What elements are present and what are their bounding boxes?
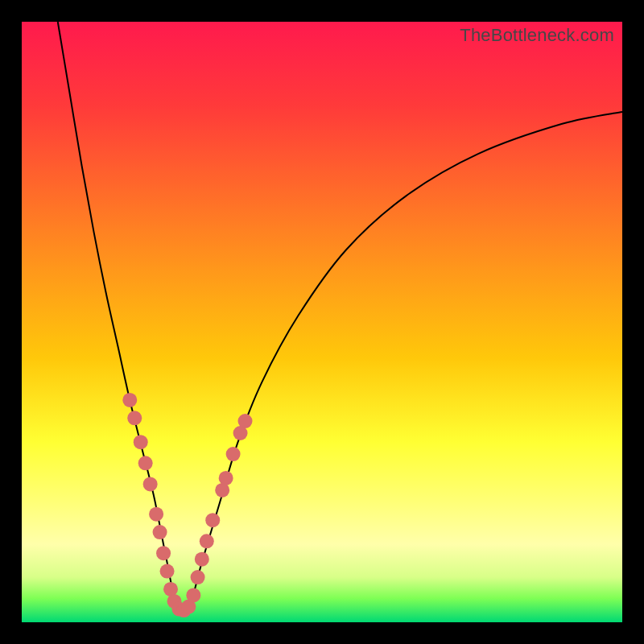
bottleneck-curve <box>58 22 622 614</box>
marker-dot <box>156 546 171 560</box>
marker-dot <box>195 552 209 567</box>
marker-dot <box>127 411 142 425</box>
marker-dot <box>138 456 153 470</box>
marker-dot <box>205 513 220 527</box>
marker-dot <box>200 534 214 548</box>
marker-dot <box>149 507 163 522</box>
chart-svg <box>22 22 622 622</box>
marker-dot <box>226 447 241 461</box>
marker-dot <box>153 525 167 539</box>
marker-dot <box>186 588 200 602</box>
plot-area: TheBottleneck.com <box>22 22 622 622</box>
chart-frame: TheBottleneck.com <box>0 0 644 644</box>
marker-dot <box>122 393 137 407</box>
marker-dot <box>238 414 253 428</box>
marker-dot <box>134 435 148 449</box>
marker-dot <box>160 564 175 579</box>
marker-dots-group <box>122 393 252 617</box>
marker-dot <box>219 471 233 485</box>
marker-dot <box>191 570 205 584</box>
marker-dot <box>143 477 158 491</box>
